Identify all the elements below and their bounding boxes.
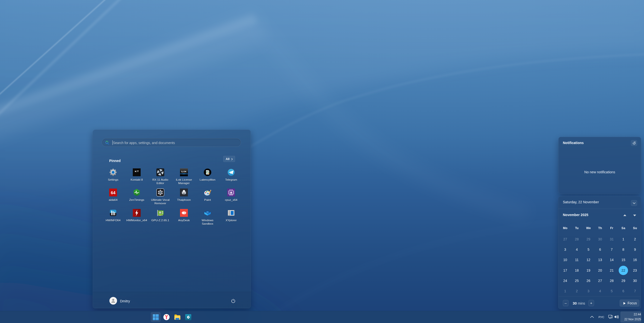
svg-text:iLOK: iLOK (181, 170, 187, 173)
svg-text:64: 64 (111, 190, 116, 195)
